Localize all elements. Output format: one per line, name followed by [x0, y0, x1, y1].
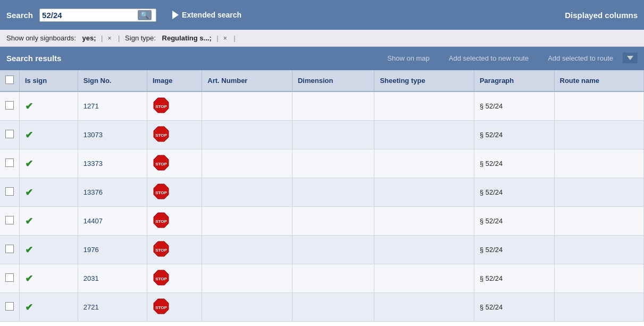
col-is-sign: Is sign — [20, 70, 78, 91]
art-number-cell — [202, 264, 292, 293]
show-on-map-button[interactable]: Show on map — [378, 54, 439, 62]
is-sign-cell: ✔ — [20, 264, 78, 293]
extended-search-label: Extended search — [182, 11, 241, 19]
dimension-cell — [292, 293, 374, 322]
chevron-down-icon — [627, 56, 633, 60]
checkmark-icon: ✔ — [25, 130, 33, 140]
row-checkbox[interactable] — [5, 302, 14, 311]
stop-sign-icon: STOP — [153, 97, 170, 114]
table-body: ✔1271 STOP § 52/24✔13073 STOP § 52/24✔13… — [0, 91, 644, 322]
svg-text:STOP: STOP — [155, 133, 167, 138]
image-cell: STOP — [147, 264, 202, 293]
table-header: Is sign Sign No. Image Art. Number Dimen… — [0, 70, 644, 91]
image-cell: STOP — [147, 293, 202, 322]
sheeting-type-cell — [374, 264, 474, 293]
art-number-cell — [202, 178, 292, 207]
add-to-new-route-button[interactable]: Add selected to new route — [439, 54, 538, 62]
checkmark-icon: ✔ — [25, 101, 33, 112]
checkmark-icon: ✔ — [25, 302, 33, 313]
sign-no-cell: 2031 — [78, 264, 147, 293]
paragraph-cell: § 52/24 — [474, 293, 554, 322]
svg-text:STOP: STOP — [155, 248, 167, 253]
is-sign-cell: ✔ — [20, 91, 78, 121]
art-number-cell — [202, 149, 292, 178]
art-number-cell — [202, 236, 292, 264]
table-row: ✔2721 STOP § 52/24 — [0, 293, 644, 322]
row-checkbox[interactable] — [5, 216, 14, 224]
search-label: Search — [6, 11, 33, 20]
dimension-cell — [292, 178, 374, 207]
stop-sign-icon: STOP — [153, 126, 170, 143]
row-checkbox[interactable] — [5, 187, 14, 196]
row-checkbox-cell — [0, 236, 20, 264]
row-checkbox[interactable] — [5, 273, 14, 282]
sign-type-value: Regulating s...; — [162, 34, 212, 42]
table-row: ✔1271 STOP § 52/24 — [0, 91, 644, 121]
toolbar: Search results Show on map Add selected … — [0, 47, 644, 69]
row-checkbox[interactable] — [5, 245, 14, 253]
image-cell: STOP — [147, 236, 202, 264]
row-checkbox[interactable] — [5, 158, 14, 167]
show-only-clear-button[interactable]: × — [106, 35, 113, 42]
art-number-cell — [202, 293, 292, 322]
table-row: ✔13376 STOP § 52/24 — [0, 178, 644, 207]
col-paragraph: Paragraph — [474, 70, 554, 91]
row-checkbox-cell — [0, 149, 20, 178]
add-to-route-dropdown-button[interactable] — [623, 53, 638, 63]
col-route-name: Route name — [554, 70, 643, 91]
dimension-cell — [292, 236, 374, 264]
search-input[interactable] — [42, 11, 138, 20]
toolbar-actions: Show on map Add selected to new route Ad… — [378, 53, 638, 63]
search-results-title: Search results — [6, 54, 72, 63]
stop-sign-icon: STOP — [153, 240, 170, 257]
sign-no-cell: 2721 — [78, 293, 147, 322]
dimension-cell — [292, 121, 374, 149]
select-all-checkbox[interactable] — [5, 76, 14, 84]
row-checkbox-cell — [0, 207, 20, 236]
route-name-cell — [554, 207, 643, 236]
sign-no-cell: 1976 — [78, 236, 147, 264]
displayed-columns-button[interactable]: Displayed columns — [565, 11, 638, 20]
dimension-cell — [292, 207, 374, 236]
paragraph-cell: § 52/24 — [474, 236, 554, 264]
svg-text:STOP: STOP — [155, 162, 167, 166]
stop-sign-icon: STOP — [153, 154, 170, 171]
paragraph-cell: § 52/24 — [474, 264, 554, 293]
col-dimension: Dimension — [292, 70, 374, 91]
search-input-wrap: 🔍 — [39, 9, 156, 22]
show-only-label: Show only signboards: — [6, 34, 76, 42]
filter-sep-3: | — [215, 34, 219, 42]
row-checkbox-cell — [0, 264, 20, 293]
paragraph-cell: § 52/24 — [474, 121, 554, 149]
svg-text:STOP: STOP — [155, 190, 167, 195]
table-row: ✔13373 STOP § 52/24 — [0, 149, 644, 178]
sign-no-cell: 1271 — [78, 91, 147, 121]
stop-sign-icon: STOP — [153, 212, 170, 229]
route-name-cell — [554, 236, 643, 264]
svg-text:STOP: STOP — [155, 104, 167, 109]
results-table-wrap: Is sign Sign No. Image Art. Number Dimen… — [0, 69, 644, 322]
sign-no-cell: 14407 — [78, 207, 147, 236]
row-checkbox-cell — [0, 91, 20, 121]
col-checkbox[interactable] — [0, 70, 20, 91]
svg-text:STOP: STOP — [155, 219, 167, 224]
route-name-cell — [554, 293, 643, 322]
svg-text:STOP: STOP — [155, 305, 167, 310]
sign-no-cell: 13376 — [78, 178, 147, 207]
row-checkbox-cell — [0, 293, 20, 322]
table-row: ✔2031 STOP § 52/24 — [0, 264, 644, 293]
sheeting-type-cell — [374, 149, 474, 178]
filter-sep-1: | — [99, 34, 103, 42]
extended-search-button[interactable]: Extended search — [172, 11, 241, 19]
row-checkbox[interactable] — [5, 130, 14, 138]
row-checkbox[interactable] — [5, 101, 14, 110]
sign-type-clear-button[interactable]: × — [222, 35, 229, 42]
search-button[interactable]: 🔍 — [138, 10, 152, 20]
image-cell: STOP — [147, 149, 202, 178]
is-sign-cell: ✔ — [20, 121, 78, 149]
checkmark-icon: ✔ — [25, 158, 33, 169]
paragraph-cell: § 52/24 — [474, 178, 554, 207]
route-name-cell — [554, 149, 643, 178]
sign-no-cell: 13373 — [78, 149, 147, 178]
add-to-route-button[interactable]: Add selected to route — [538, 54, 623, 62]
